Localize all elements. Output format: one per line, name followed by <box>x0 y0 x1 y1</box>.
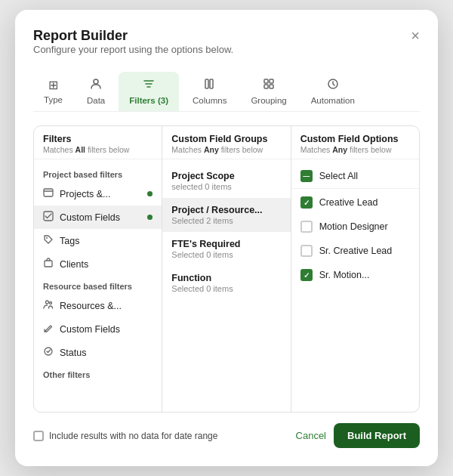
creative-lead-checkbox[interactable] <box>300 196 313 209</box>
build-report-button[interactable]: Build Report <box>334 423 420 448</box>
svg-rect-4 <box>205 79 208 88</box>
tab-type[interactable]: ⊞ Type <box>33 72 73 111</box>
include-results-label: Include results with no data for date ra… <box>49 431 217 441</box>
footer-actions: Cancel Build Report <box>296 423 420 448</box>
columns-layout: Filters Matches All filters below Projec… <box>33 125 420 413</box>
groups-col-sub: Matches Any filters below <box>171 145 281 154</box>
filter-tags[interactable]: Tags <box>34 229 162 252</box>
motion-designer-checkbox[interactable] <box>300 221 313 233</box>
sr-motion-checkbox[interactable] <box>300 269 313 281</box>
filters-col-title: Filters <box>43 134 153 144</box>
group-fte-required-name: FTE's Required <box>171 239 281 249</box>
custom-field-options-column: Custom Field Options Matches Any filters… <box>291 126 419 412</box>
svg-point-14 <box>46 301 49 304</box>
sr-creative-lead-checkbox[interactable] <box>300 245 313 257</box>
footer-include-option[interactable]: Include results with no data for date ra… <box>33 431 217 441</box>
filter-tags-label: Tags <box>60 236 79 246</box>
svg-rect-6 <box>264 79 268 83</box>
data-icon <box>90 78 102 93</box>
filter-custom-fields-resource[interactable]: Custom Fields <box>34 317 162 341</box>
select-all-label: Select All <box>319 171 358 181</box>
group-function[interactable]: Function Selected 0 items <box>162 266 290 300</box>
automation-icon <box>327 78 339 93</box>
motion-designer-label: Motion Designer <box>319 221 388 232</box>
filter-clients-label: Clients <box>60 259 88 270</box>
tab-columns[interactable]: Columns <box>182 72 237 111</box>
tab-grouping-label: Grouping <box>251 96 286 105</box>
cancel-button[interactable]: Cancel <box>296 430 326 441</box>
groups-col-body: Project Scope selected 0 items Project /… <box>162 159 290 412</box>
svg-rect-5 <box>210 79 213 88</box>
columns-icon <box>204 78 216 93</box>
include-results-checkbox[interactable] <box>33 431 44 441</box>
custom-fields-dot <box>147 215 153 220</box>
type-icon: ⊞ <box>48 78 58 92</box>
svg-rect-13 <box>45 261 52 267</box>
select-all-option[interactable]: Select All <box>291 164 419 189</box>
custom-fields-project-icon <box>43 211 54 224</box>
group-fte-required-sub: Selected 0 items <box>171 250 281 259</box>
resource-filters-label: Resource based filters <box>34 276 162 294</box>
svg-point-0 <box>94 79 98 84</box>
projects-icon <box>43 187 54 200</box>
group-project-resource-sub: Selected 2 items <box>171 216 281 225</box>
filter-resources[interactable]: Resources &... <box>34 294 162 317</box>
grouping-icon <box>263 78 275 93</box>
tab-type-label: Type <box>44 95 63 104</box>
tab-grouping[interactable]: Grouping <box>240 72 297 111</box>
tab-data-label: Data <box>87 96 105 105</box>
group-project-scope-sub: selected 0 items <box>171 182 281 191</box>
filters-column: Filters Matches All filters below Projec… <box>34 126 162 412</box>
status-icon <box>43 346 54 359</box>
groups-col-title: Custom Field Groups <box>171 134 281 144</box>
filter-projects-label: Projects &... <box>60 189 110 199</box>
close-button[interactable]: × <box>411 28 420 43</box>
option-creative-lead[interactable]: Creative Lead <box>291 190 419 215</box>
options-col-body: Select All Creative Lead Motion Designer… <box>291 159 419 412</box>
report-builder-modal: Report Builder Configure your report usi… <box>15 10 438 466</box>
option-sr-motion[interactable]: Sr. Motion... <box>291 263 419 287</box>
modal-title: Report Builder <box>33 28 233 44</box>
filter-clients[interactable]: Clients <box>34 252 162 276</box>
tab-columns-label: Columns <box>193 96 226 105</box>
filter-custom-fields-resource-label: Custom Fields <box>60 324 120 335</box>
modal-subtitle: Configure your report using the options … <box>33 44 233 55</box>
options-col-sub: Matches Any filters below <box>300 145 410 154</box>
modal-footer: Include results with no data for date ra… <box>33 423 420 448</box>
tab-data[interactable]: Data <box>76 72 116 111</box>
select-all-checkbox[interactable] <box>300 170 313 182</box>
option-sr-creative-lead[interactable]: Sr. Creative Lead <box>291 239 419 263</box>
option-motion-designer[interactable]: Motion Designer <box>291 215 419 239</box>
group-project-resource-name: Project / Resource... <box>171 205 281 215</box>
tab-automation[interactable]: Automation <box>300 72 365 111</box>
creative-lead-label: Creative Lead <box>319 197 378 208</box>
sr-motion-label: Sr. Motion... <box>319 270 370 280</box>
tab-automation-label: Automation <box>311 96 355 105</box>
filters-col-sub: Matches All filters below <box>43 145 153 154</box>
filters-col-body: Project based filters Projects &... Cust… <box>34 159 162 412</box>
custom-fields-resource-icon <box>43 323 54 335</box>
filter-status-label: Status <box>60 348 86 358</box>
group-project-scope[interactable]: Project Scope selected 0 items <box>162 164 290 198</box>
group-project-scope-name: Project Scope <box>171 171 281 181</box>
svg-point-15 <box>50 302 52 304</box>
svg-rect-9 <box>270 85 273 88</box>
modal-title-area: Report Builder Configure your report usi… <box>33 28 233 67</box>
tab-filters-label: Filters (3) <box>129 96 168 105</box>
svg-rect-7 <box>270 79 273 83</box>
svg-rect-8 <box>264 85 268 88</box>
group-project-resource[interactable]: Project / Resource... Selected 2 items <box>162 198 290 232</box>
groups-col-header: Custom Field Groups Matches Any filters … <box>162 126 290 159</box>
options-col-title: Custom Field Options <box>300 134 410 144</box>
resources-icon <box>43 299 54 312</box>
tab-filters[interactable]: Filters (3) <box>119 72 179 111</box>
filter-status[interactable]: Status <box>34 341 162 364</box>
group-function-sub: Selected 0 items <box>171 284 281 293</box>
filter-projects[interactable]: Projects &... <box>34 182 162 206</box>
tags-icon <box>43 234 54 247</box>
filter-custom-fields-project[interactable]: Custom Fields <box>34 206 162 229</box>
svg-rect-10 <box>44 189 53 196</box>
group-fte-required[interactable]: FTE's Required Selected 0 items <box>162 232 290 266</box>
filters-icon <box>143 78 155 93</box>
sr-creative-lead-label: Sr. Creative Lead <box>319 246 393 256</box>
